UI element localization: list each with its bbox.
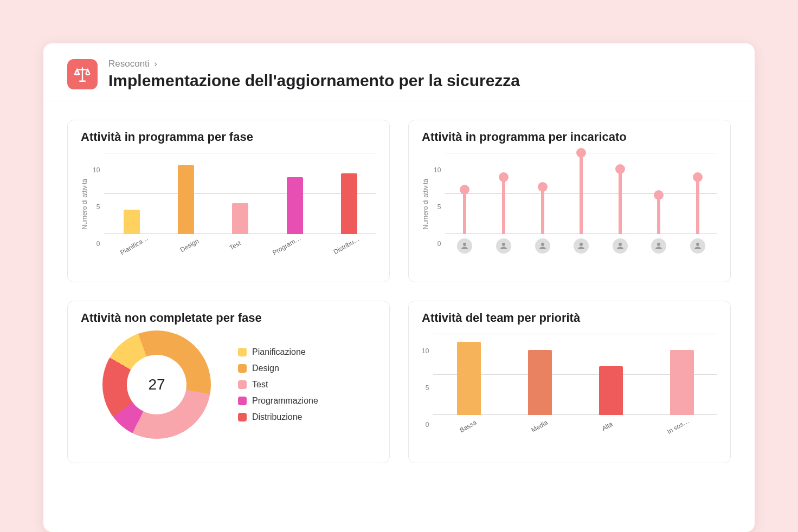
card-incomplete: Attività non completate per fase 27 Pian… [67,301,390,463]
y-ticks: 10 5 0 [434,166,441,248]
x-label: Test [228,239,242,251]
bar [670,350,694,415]
bar [287,177,303,234]
y-axis-label: Numero di attività [81,179,88,229]
lollipop-bar [580,153,583,234]
avatar [574,238,589,254]
lollipop-bar [541,187,544,234]
bar-chart-phase: Numero di attività 10 5 0 Pianifica…Desi… [81,147,376,261]
avatar [690,238,705,254]
bar-chart-priority: 10 5 0 BassaMediaAltaIn sos… [422,328,717,442]
bar [528,350,552,415]
avatar [613,238,628,254]
breadcrumb-label: Resoconti [108,59,150,69]
swatch [238,397,247,405]
card-title: Attività non completate per fase [81,311,376,325]
svg-point-5 [657,243,660,246]
page-title: Implementazione dell'aggiornamento per l… [108,72,520,90]
x-label: Bassa [459,419,478,434]
x-label: In sos… [666,417,690,436]
x-label: Pianifica… [119,235,150,257]
y-ticks: 10 5 0 [93,166,100,248]
svg-point-4 [619,243,622,246]
scales-icon [67,59,98,89]
x-label: Media [530,419,549,434]
swatch [238,380,247,389]
breadcrumb[interactable]: Resoconti › [108,59,520,69]
card-title: Attività del team per priorità [422,311,717,325]
card-title: Attività in programma per fase [81,130,376,144]
lollipop-bar [502,177,505,234]
x-label: Alta [601,420,614,432]
swatch [238,413,247,421]
legend-item: Design [238,364,318,373]
legend-item: Pianificazione [238,347,318,357]
bar [599,366,623,415]
lollipop-bar [619,169,622,234]
lollipop-bar [463,190,466,235]
svg-point-3 [580,243,583,246]
swatch [238,348,247,356]
y-axis-label: Numero di attività [422,179,429,229]
bar-chart-assignee: Numero di attività 10 5 0 [422,147,717,261]
svg-point-6 [696,243,699,246]
x-label: Program… [271,234,302,256]
x-label: Distribu… [332,235,361,256]
avatar [651,238,666,254]
legend-item: Programmazione [238,396,318,406]
swatch [238,364,247,373]
legend-item: Test [238,380,318,390]
lollipop-bar [696,177,699,234]
bar [457,342,481,415]
x-label: Design [179,237,200,254]
bar [341,173,357,235]
legend-item: Distribuzione [238,412,318,422]
svg-point-1 [502,243,505,246]
legend: Pianificazione Design Test Programmazion… [238,347,318,422]
card-phase: Attività in programma per fase Numero di… [67,120,390,282]
donut-chart: 27 [102,330,211,439]
header: Resoconti › Implementazione dell'aggiorn… [43,43,755,101]
bar [124,210,140,234]
bar [232,203,248,234]
card-title: Attività in programma per incaricato [422,130,717,144]
svg-point-0 [463,243,466,246]
avatar [535,238,550,254]
bar [178,165,194,235]
card-assignee: Attività in programma per incaricato Num… [408,120,731,282]
chevron-right-icon: › [154,59,157,69]
y-ticks: 10 5 0 [422,347,429,429]
card-priority: Attività del team per priorità 10 5 0 Ba… [408,301,731,463]
avatar [496,238,511,254]
chart-grid: Attività in programma per fase Numero di… [43,101,755,482]
avatar [457,238,472,254]
dashboard-panel: Resoconti › Implementazione dell'aggiorn… [43,43,755,532]
svg-point-2 [541,243,544,246]
donut-center-value: 27 [127,355,186,414]
lollipop-bar [657,195,660,234]
